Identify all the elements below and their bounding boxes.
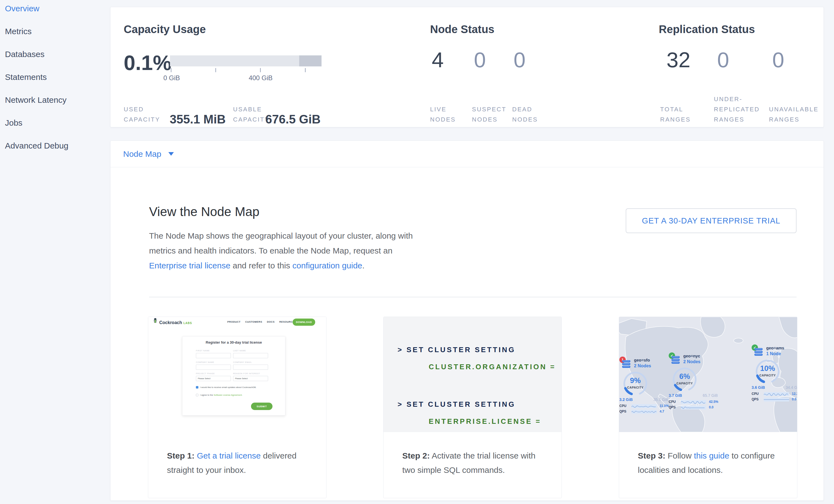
total-capacity: 35.1 GiB bbox=[654, 397, 668, 402]
cpu-label: CPU bbox=[752, 392, 759, 396]
submit-button[interactable]: SUBMIT bbox=[251, 402, 272, 410]
locality-name: geo=ams bbox=[766, 346, 784, 350]
total-capacity: 34.4 GiB bbox=[786, 385, 797, 390]
company-email-field[interactable] bbox=[233, 365, 268, 370]
get-enterprise-trial-button[interactable]: GET A 30-DAY ENTERPRISE TRIAL bbox=[626, 208, 796, 233]
axis-tick bbox=[216, 68, 216, 72]
first-name-field[interactable] bbox=[196, 353, 231, 358]
capacity-label: CAPACITY bbox=[753, 374, 782, 377]
qps-value: 0.0 bbox=[792, 397, 796, 401]
axis-label-0: 0 GiB bbox=[163, 74, 180, 82]
total-capacity: 65.7 GiB bbox=[703, 393, 718, 398]
sidebar-item-jobs[interactable]: Jobs bbox=[0, 114, 109, 137]
node-map-header: Node Map bbox=[110, 141, 824, 167]
step-3-prefix: Step 3: bbox=[638, 451, 665, 460]
description-text: . bbox=[362, 261, 365, 270]
minisite-header: Cockroach LABS PRODUCT CUSTOMERS DOCS RE… bbox=[148, 317, 326, 329]
last-name-field[interactable] bbox=[233, 353, 268, 358]
project-phase-select[interactable]: Please Select bbox=[196, 376, 231, 381]
capacity-gauge: 10% CAPACITY bbox=[753, 357, 782, 385]
node-count: 2 Nodes bbox=[683, 359, 700, 364]
caption-text: Follow bbox=[665, 451, 694, 460]
used-capacity: 3.6 GiB bbox=[752, 385, 765, 390]
sidebar-item-advanced-debug[interactable]: Advanced Debug bbox=[0, 137, 109, 160]
step-3-caption: Step 3: Follow this guide to configure l… bbox=[638, 448, 781, 477]
registration-form-card: Register for a 30-day trial license FIRS… bbox=[182, 336, 285, 416]
sql-commands-snippet: > SET CLUSTER SETTING CLUSTER.ORGANIZATI… bbox=[383, 317, 562, 432]
sidebar-item-network-latency[interactable]: Network Latency bbox=[0, 91, 109, 114]
email-updates-checkbox[interactable] bbox=[196, 386, 198, 389]
download-button[interactable]: DOWNLOAD bbox=[292, 319, 315, 326]
nav-item[interactable]: PRODUCT bbox=[227, 321, 241, 323]
used-capacity: 3.2 GiB bbox=[619, 397, 633, 402]
node-status-title: Node Status bbox=[430, 23, 494, 36]
cpu-value: 11.0% bbox=[660, 404, 669, 408]
license-agreement-label: I agree to the Software License Agreemen… bbox=[200, 394, 242, 396]
cockroach-labs-logo: Cockroach LABS bbox=[153, 318, 192, 325]
step-1-prefix: Step 1: bbox=[167, 451, 195, 460]
view-selector-dropdown[interactable]: Node Map bbox=[123, 149, 174, 159]
usable-capacity-label: USABLE CAPACITY bbox=[233, 104, 269, 125]
description-text: and refer to this bbox=[231, 261, 292, 270]
database-stack-icon bbox=[621, 360, 632, 368]
replication-status-section: Replication Status 32 0 0 TOTAL RANGES U… bbox=[659, 7, 824, 127]
sql-line: ENTERPRISE.LICENSE = bbox=[429, 417, 541, 426]
sidebar-item-overview[interactable]: Overview bbox=[0, 0, 109, 23]
cpu-label: CPU bbox=[619, 404, 626, 408]
view-selector-label: Node Map bbox=[123, 149, 161, 159]
used-capacity: 3.7 GiB bbox=[669, 393, 682, 398]
license-agreement-checkbox[interactable] bbox=[196, 394, 198, 396]
sidebar-item-statements[interactable]: Statements bbox=[0, 69, 109, 91]
capacity-bar-nonusable-segment bbox=[299, 56, 322, 66]
under-replicated-label: UNDER- REPLICATED RANGES bbox=[714, 94, 760, 125]
sidebar-item-databases[interactable]: Databases bbox=[0, 46, 109, 69]
configuration-guide-link[interactable]: configuration guide bbox=[292, 261, 362, 270]
dead-nodes-label: DEAD NODES bbox=[512, 104, 538, 125]
step-1-card: Cockroach LABS PRODUCT CUSTOMERS DOCS RE… bbox=[148, 316, 327, 498]
locality-name: geo=nyc bbox=[683, 353, 700, 358]
suspect-nodes-count: 0 bbox=[474, 49, 486, 70]
axis-label-400: 400 GiB bbox=[249, 74, 273, 82]
cpu-sparkline bbox=[681, 400, 706, 404]
sql-line: > SET CLUSTER SETTING bbox=[398, 346, 515, 354]
sidebar-item-metrics[interactable]: Metrics bbox=[0, 23, 109, 46]
capacity-percent: 10% bbox=[753, 364, 782, 373]
node-count: 2 Nodes bbox=[634, 364, 651, 368]
capacity-used-percent: 0.1% bbox=[124, 51, 171, 75]
reason-for-interest-select[interactable]: Please Select bbox=[233, 376, 268, 381]
axis-tick bbox=[171, 68, 171, 72]
qps-sparkline bbox=[764, 398, 789, 401]
company-name-label: COMPANY NAME bbox=[196, 361, 214, 363]
total-ranges-label: TOTAL RANGES bbox=[660, 104, 691, 125]
axis-tick bbox=[305, 68, 306, 72]
unavailable-count: 0 bbox=[772, 49, 784, 70]
this-guide-link[interactable]: this guide bbox=[694, 451, 729, 460]
logo-suffix-text: LABS bbox=[183, 322, 192, 325]
agreement-text: I agree to the bbox=[200, 394, 214, 396]
capacity-percent: 9% bbox=[621, 376, 650, 385]
nav-item[interactable]: CUSTOMERS bbox=[245, 321, 262, 323]
unavailable-label: UNAVAILABLE RANGES bbox=[769, 104, 818, 125]
nav-item[interactable]: DOCS bbox=[267, 321, 275, 323]
step-3-card: 1 geo=sfo 2 Nodes 9% CAPACITY bbox=[619, 316, 797, 498]
locality-name: geo=sfo bbox=[634, 358, 650, 363]
page-title: View the Node Map bbox=[149, 204, 260, 219]
used-capacity-value: 355.1 MiB bbox=[170, 112, 226, 126]
first-name-label: FIRST NAME bbox=[196, 350, 210, 352]
company-email-label: COMPANY EMAIL bbox=[233, 361, 252, 363]
cpu-sparkline bbox=[632, 404, 657, 408]
qps-label: QPS bbox=[752, 397, 759, 401]
company-name-field[interactable] bbox=[196, 365, 231, 370]
sidebar: Overview Metrics Databases Statements Ne… bbox=[0, 0, 109, 504]
qps-sparkline bbox=[681, 406, 706, 410]
cpu-value: 12.3% bbox=[792, 392, 797, 396]
form-title: Register for a 30-day trial license bbox=[182, 340, 285, 345]
software-license-agreement-link[interactable]: Software License Agreement. bbox=[214, 394, 242, 396]
qps-value: 4.7 bbox=[660, 410, 664, 413]
enterprise-trial-license-link[interactable]: Enterprise trial license bbox=[149, 261, 231, 270]
get-trial-license-link[interactable]: Get a trial license bbox=[197, 451, 261, 460]
cpu-sparkline bbox=[764, 392, 789, 396]
total-ranges-count: 32 bbox=[666, 49, 690, 70]
dead-nodes-count: 0 bbox=[513, 49, 525, 70]
live-nodes-count: 4 bbox=[432, 49, 444, 70]
